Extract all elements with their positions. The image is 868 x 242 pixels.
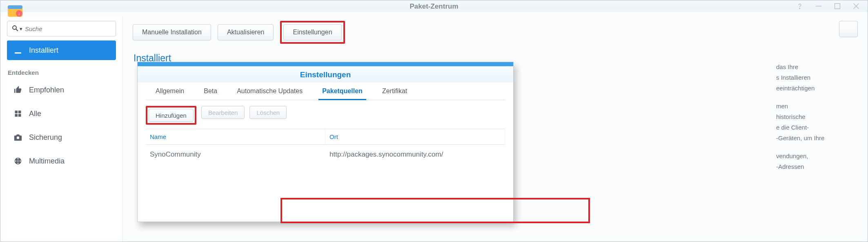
- svg-line-10: [16, 29, 18, 31]
- sidebar-item-installed[interactable]: Installiert: [7, 40, 116, 60]
- add-button[interactable]: Hinzufügen: [149, 109, 194, 122]
- refresh-button[interactable]: Aktualisieren: [218, 24, 274, 40]
- search-box[interactable]: ▾: [7, 21, 116, 36]
- sidebar: ▾ Installiert Entdecken Empfohlen: [0, 17, 123, 242]
- table-header: Name Ort: [146, 129, 505, 145]
- sidebar-item-label: Empfohlen: [29, 86, 64, 94]
- tab-package-sources[interactable]: Paketquellen: [312, 83, 372, 100]
- sidebar-item-all[interactable]: Alle: [7, 104, 116, 123]
- highlight-add: Hinzufügen: [146, 106, 196, 125]
- svg-point-4: [799, 8, 800, 9]
- svg-rect-13: [15, 114, 18, 117]
- help-icon[interactable]: [795, 1, 805, 11]
- settings-button[interactable]: Einstellungen: [283, 24, 341, 40]
- dialog-tabs: Allgemein Beta Automatische Updates Pake…: [146, 83, 505, 100]
- discover-section-title: Entdecken: [8, 69, 116, 76]
- delete-button[interactable]: Löschen: [249, 106, 287, 119]
- manual-install-button[interactable]: Manuelle Installation: [133, 24, 211, 40]
- film-reel-icon: [13, 156, 23, 166]
- window-controls: [795, 1, 861, 11]
- window-title: Paket-Zentrum: [410, 2, 458, 10]
- tab-general[interactable]: Allgemein: [146, 83, 194, 100]
- tab-certificate[interactable]: Zertifikat: [372, 83, 417, 100]
- sidebar-item-label: Alle: [29, 110, 41, 118]
- thumbs-up-icon: [13, 85, 23, 95]
- dialog-title: Einstellungen: [138, 66, 513, 83]
- svg-rect-6: [835, 4, 840, 9]
- tab-beta[interactable]: Beta: [194, 83, 227, 100]
- dialog-toolbar: Hinzufügen Bearbeiten Löschen: [138, 100, 513, 129]
- sidebar-item-label: Installiert: [29, 46, 58, 55]
- svg-point-9: [13, 26, 16, 29]
- settings-dialog: Einstellungen Allgemein Beta Automatisch…: [137, 62, 514, 222]
- package-sources-table: Name Ort SynoCommunity http://packages.s…: [146, 129, 505, 222]
- camera-icon: [13, 132, 23, 143]
- close-icon[interactable]: [851, 1, 861, 11]
- cell-name: SynoCommunity: [146, 145, 325, 164]
- table-row[interactable]: SynoCommunity http://packages.synocommun…: [146, 145, 505, 164]
- column-location[interactable]: Ort: [325, 129, 505, 144]
- maximize-icon[interactable]: [832, 1, 842, 11]
- svg-point-18: [18, 163, 19, 164]
- svg-point-21: [18, 161, 19, 162]
- svg-point-20: [20, 161, 21, 162]
- chevron-down-icon[interactable]: ▾: [19, 26, 24, 32]
- minimize-icon[interactable]: [814, 1, 823, 11]
- column-name[interactable]: Name: [146, 129, 325, 144]
- sidebar-item-label: Multimedia: [29, 157, 65, 166]
- search-input[interactable]: [24, 25, 111, 33]
- edit-button[interactable]: Bearbeiten: [201, 106, 245, 119]
- dialog-accent-bar: [138, 62, 513, 66]
- highlight-settings: Einstellungen: [280, 21, 345, 44]
- background-package-text: das Ihres Installiereneeinträchtigenmenh…: [776, 62, 858, 172]
- sort-button[interactable]: [839, 21, 858, 37]
- package-center-window: ↓ Paket-Zentrum ▾: [0, 0, 868, 242]
- svg-rect-14: [18, 114, 21, 117]
- grid-icon: [13, 108, 23, 119]
- svg-text:↓: ↓: [18, 11, 20, 16]
- sidebar-item-label: Sicherung: [29, 133, 62, 142]
- title-bar: ↓ Paket-Zentrum: [0, 0, 868, 13]
- search-icon: [11, 25, 19, 33]
- svg-point-17: [18, 158, 19, 159]
- svg-point-15: [17, 137, 19, 139]
- svg-point-19: [15, 161, 16, 162]
- installed-icon: [13, 45, 23, 56]
- sidebar-item-multimedia[interactable]: Multimedia: [7, 151, 116, 171]
- sidebar-item-backup[interactable]: Sicherung: [7, 128, 116, 147]
- svg-rect-1: [8, 5, 22, 9]
- tab-auto-updates[interactable]: Automatische Updates: [227, 83, 312, 100]
- sidebar-item-recommended[interactable]: Empfohlen: [7, 80, 116, 100]
- main-toolbar: Manuelle Installation Aktualisieren Eins…: [133, 21, 858, 44]
- svg-rect-12: [18, 111, 21, 114]
- cell-location: http://packages.synocommunity.com/: [325, 145, 505, 164]
- svg-rect-11: [15, 111, 18, 114]
